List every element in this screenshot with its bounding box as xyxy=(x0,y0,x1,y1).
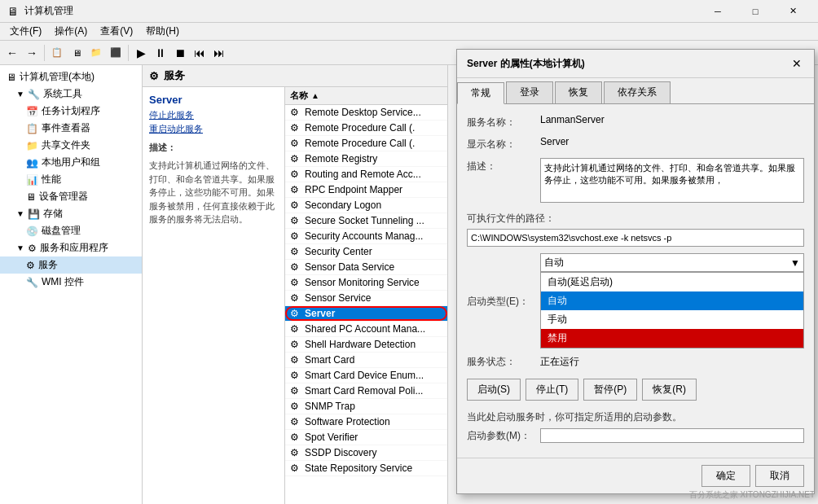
menu-file[interactable]: 文件(F) xyxy=(3,24,48,38)
svc-name-0: Remote Desktop Service... xyxy=(305,107,421,118)
nav-item-services[interactable]: ⚙ 服务 xyxy=(0,256,142,274)
startup-option-manual[interactable]: 手动 xyxy=(541,310,803,329)
svc-icon-server: ⚙ xyxy=(290,308,301,319)
nav-item-services-apps[interactable]: ▼ ⚙ 服务和应用程序 xyxy=(0,239,142,256)
startup-current-value: 自动 xyxy=(544,256,564,270)
menu-view[interactable]: 查看(V) xyxy=(94,24,139,38)
service-row[interactable]: ⚙ Remote Procedure Call (. xyxy=(285,136,447,151)
nav-svc-label: 服务和应用程序 xyxy=(40,241,108,255)
nav-item-task-scheduler[interactable]: 📅 任务计划程序 xyxy=(0,103,142,120)
resume-service-button[interactable]: 恢复(R) xyxy=(642,379,697,401)
dialog-close-button[interactable]: ✕ xyxy=(789,56,804,71)
nav-item-root[interactable]: 🖥 计算机管理(本地) xyxy=(0,68,142,85)
svc-icon-1: ⚙ xyxy=(290,122,301,134)
service-row[interactable]: ⚙ Software Protection xyxy=(285,414,447,430)
tab-general[interactable]: 常规 xyxy=(457,82,504,104)
desc-textarea[interactable] xyxy=(540,158,804,203)
toolbar-btn-1[interactable]: 📋 xyxy=(48,44,66,62)
toolbar-prev-btn[interactable]: ⏮ xyxy=(191,44,209,62)
nav-item-shared-folders[interactable]: 📁 共享文件夹 xyxy=(0,137,142,154)
col-header-name[interactable]: 名称 ▲ xyxy=(285,87,447,105)
services-header-label: 服务 xyxy=(164,68,185,83)
svc-icon-18: ⚙ xyxy=(290,385,301,397)
svc-icon-5: ⚙ xyxy=(290,184,301,195)
confirm-button[interactable]: 确定 xyxy=(701,465,750,487)
service-row[interactable]: ⚙ Smart Card xyxy=(285,353,447,368)
service-row[interactable]: ⚙ Security Accounts Manag... xyxy=(285,229,447,244)
service-row[interactable]: ⚙ RPC Endpoint Mapper xyxy=(285,182,447,198)
tab-login[interactable]: 登录 xyxy=(506,81,553,103)
toolbar-stop-btn[interactable]: ⏹ xyxy=(171,44,189,62)
service-row[interactable]: ⚙ Smart Card Device Enum... xyxy=(285,368,447,383)
service-row[interactable]: ⚙ Remote Desktop Service... xyxy=(285,105,447,121)
display-name-label: 显示名称： xyxy=(467,136,540,151)
nav-item-performance[interactable]: 📊 性能 xyxy=(0,171,142,188)
event-icon: 📋 xyxy=(26,123,38,134)
service-row[interactable]: ⚙ SSDP Discovery xyxy=(285,445,447,461)
service-row[interactable]: ⚙ SNMP Trap xyxy=(285,399,447,414)
nav-item-disk-mgmt[interactable]: 💿 磁盘管理 xyxy=(0,222,142,239)
service-row[interactable]: ⚙ Sensor Service xyxy=(285,291,447,306)
service-name-row: 服务名称： LanmanServer xyxy=(467,114,804,129)
svc-icon-12: ⚙ xyxy=(290,292,301,304)
nav-item-wmi[interactable]: 🔧 WMI 控件 xyxy=(0,274,142,291)
restart-service-action[interactable]: 重启动此服务 xyxy=(149,123,278,135)
startup-option-disabled[interactable]: 禁用 xyxy=(541,329,803,348)
nav-item-event-viewer[interactable]: 📋 事件查看器 xyxy=(0,120,142,137)
back-button[interactable]: ← xyxy=(3,44,21,62)
toolbar-btn-4[interactable]: ⬛ xyxy=(107,44,125,62)
menu-action[interactable]: 操作(A) xyxy=(48,24,94,38)
service-row-server[interactable]: ⚙ Server xyxy=(285,306,447,322)
toolbar-btn-2[interactable]: 🖥 xyxy=(68,44,86,62)
service-row[interactable]: ⚙ Remote Procedure Call (. xyxy=(285,121,447,136)
service-row[interactable]: ⚙ Shell Hardware Detection xyxy=(285,337,447,353)
stop-service-action[interactable]: 停止此服务 xyxy=(149,109,278,121)
svc-name-20: Software Protection xyxy=(305,416,390,427)
service-row[interactable]: ⚙ Smart Card Removal Poli... xyxy=(285,383,447,399)
service-row[interactable]: ⚙ Sensor Data Service xyxy=(285,260,447,275)
nav-system-label: 系统工具 xyxy=(43,87,82,101)
service-row[interactable]: ⚙ Remote Registry xyxy=(285,151,447,167)
pause-service-button[interactable]: 暂停(P) xyxy=(583,379,637,401)
service-row[interactable]: ⚙ Security Center xyxy=(285,244,447,260)
nav-storage-label: 存储 xyxy=(43,207,63,221)
cancel-button[interactable]: 取消 xyxy=(755,465,804,487)
menu-help[interactable]: 帮助(H) xyxy=(139,24,186,38)
startup-option-delayed[interactable]: 自动(延迟启动) xyxy=(541,273,803,291)
toolbar-next-btn[interactable]: ⏭ xyxy=(210,44,228,62)
dialog-footer: 确定 取消 xyxy=(457,458,814,493)
toolbar-play-btn[interactable]: ▶ xyxy=(132,44,150,62)
svc-name-19: SNMP Trap xyxy=(305,401,355,412)
computer-icon: 🖥 xyxy=(7,72,16,83)
nav-item-system-tools[interactable]: ▼ 🔧 系统工具 xyxy=(0,85,142,103)
expand-icon-storage: ▼ xyxy=(16,209,24,218)
start-param-input[interactable] xyxy=(540,428,804,443)
service-row[interactable]: ⚙ Secure Socket Tunneling ... xyxy=(285,213,447,229)
forward-button[interactable]: → xyxy=(23,44,41,62)
nav-item-storage[interactable]: ▼ 💾 存储 xyxy=(0,205,142,222)
toolbar-btn-3[interactable]: 📁 xyxy=(87,44,105,62)
status-value: 正在运行 xyxy=(540,355,579,369)
path-section: 可执行文件的路径： C:\WINDOWS\system32\svchost.ex… xyxy=(467,212,804,247)
nav-item-device-manager[interactable]: 🖥 设备管理器 xyxy=(0,188,142,205)
service-row[interactable]: ⚙ State Repository Service xyxy=(285,461,447,476)
startup-option-auto[interactable]: 自动 xyxy=(541,291,803,310)
nav-folder-label: 共享文件夹 xyxy=(42,138,90,152)
stop-service-button[interactable]: 停止(T) xyxy=(526,379,578,401)
dialog-title-bar: Server 的属性(本地计算机) ✕ xyxy=(457,50,814,78)
toolbar-pause-btn[interactable]: ⏸ xyxy=(152,44,169,62)
service-row[interactable]: ⚙ Routing and Remote Acc... xyxy=(285,167,447,182)
properties-dialog: Server 的属性(本地计算机) ✕ 常规 登录 恢复 依存关系 服务名称： … xyxy=(456,49,815,494)
service-row[interactable]: ⚙ Shared PC Account Mana... xyxy=(285,322,447,337)
tab-dependencies[interactable]: 依存关系 xyxy=(604,81,671,103)
nav-item-local-users[interactable]: 👥 本地用户和组 xyxy=(0,154,142,171)
tab-recover[interactable]: 恢复 xyxy=(555,81,602,103)
service-row[interactable]: ⚙ Secondary Logon xyxy=(285,198,447,213)
service-row[interactable]: ⚙ Sensor Monitoring Service xyxy=(285,275,447,291)
svc-name-23: State Repository Service xyxy=(305,462,412,474)
services-pane: ⚙ 服务 Server 停止此服务 重启动此服务 描述： 支持此计算机通过网络的… xyxy=(143,65,448,504)
svc-icon-17: ⚙ xyxy=(290,370,301,381)
service-row[interactable]: ⚙ Spot Verifier xyxy=(285,430,447,445)
startup-dropdown[interactable]: 自动 ▼ xyxy=(540,253,804,272)
start-service-button[interactable]: 启动(S) xyxy=(467,379,521,401)
